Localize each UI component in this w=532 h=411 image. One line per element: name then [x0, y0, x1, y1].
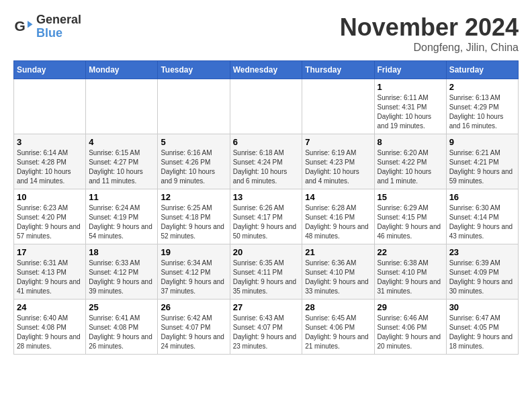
day-number: 22	[378, 247, 443, 257]
week-row-1: 1Sunrise: 6:11 AM Sunset: 4:31 PM Daylig…	[14, 79, 519, 134]
weekday-header-thursday: Thursday	[302, 61, 374, 79]
day-cell: 9Sunrise: 6:21 AM Sunset: 4:21 PM Daylig…	[446, 134, 518, 189]
day-cell: 12Sunrise: 6:25 AM Sunset: 4:18 PM Dayli…	[158, 189, 230, 244]
day-number: 7	[305, 137, 371, 147]
day-info: Sunrise: 6:34 AM Sunset: 4:12 PM Dayligh…	[161, 259, 226, 296]
day-cell: 15Sunrise: 6:29 AM Sunset: 4:15 PM Dayli…	[374, 189, 446, 244]
day-cell: 2Sunrise: 6:13 AM Sunset: 4:29 PM Daylig…	[446, 79, 518, 134]
day-number: 15	[378, 192, 443, 202]
day-cell: 6Sunrise: 6:18 AM Sunset: 4:24 PM Daylig…	[230, 134, 302, 189]
day-number: 25	[89, 302, 154, 312]
day-cell	[230, 79, 302, 134]
day-cell	[302, 79, 374, 134]
day-cell: 27Sunrise: 6:43 AM Sunset: 4:07 PM Dayli…	[230, 300, 302, 355]
logo-line2: Blue	[36, 27, 81, 40]
day-number: 26	[161, 302, 226, 312]
day-number: 23	[449, 247, 515, 257]
day-info: Sunrise: 6:31 AM Sunset: 4:13 PM Dayligh…	[17, 259, 83, 296]
day-number: 21	[305, 247, 371, 257]
day-number: 8	[378, 137, 443, 147]
logo-icon: G	[13, 17, 34, 37]
day-info: Sunrise: 6:43 AM Sunset: 4:07 PM Dayligh…	[233, 314, 300, 351]
day-number: 24	[17, 302, 83, 312]
day-info: Sunrise: 6:39 AM Sunset: 4:09 PM Dayligh…	[449, 259, 515, 296]
svg-text:G: G	[15, 18, 26, 34]
day-info: Sunrise: 6:47 AM Sunset: 4:05 PM Dayligh…	[449, 314, 515, 351]
weekday-header-monday: Monday	[86, 61, 158, 79]
day-cell: 22Sunrise: 6:38 AM Sunset: 4:10 PM Dayli…	[374, 244, 446, 300]
calendar-table: SundayMondayTuesdayWednesdayThursdayFrid…	[13, 60, 519, 355]
day-info: Sunrise: 6:14 AM Sunset: 4:28 PM Dayligh…	[17, 148, 83, 186]
day-cell: 16Sunrise: 6:30 AM Sunset: 4:14 PM Dayli…	[446, 189, 518, 244]
day-number: 9	[449, 137, 515, 147]
day-info: Sunrise: 6:38 AM Sunset: 4:10 PM Dayligh…	[378, 259, 443, 296]
weekday-header-sunday: Sunday	[14, 61, 86, 79]
day-cell: 23Sunrise: 6:39 AM Sunset: 4:09 PM Dayli…	[446, 244, 518, 300]
day-info: Sunrise: 6:33 AM Sunset: 4:12 PM Dayligh…	[89, 259, 154, 296]
day-cell: 14Sunrise: 6:28 AM Sunset: 4:16 PM Dayli…	[302, 189, 374, 244]
day-info: Sunrise: 6:36 AM Sunset: 4:10 PM Dayligh…	[305, 259, 371, 296]
day-cell: 7Sunrise: 6:19 AM Sunset: 4:23 PM Daylig…	[302, 134, 374, 189]
svg-marker-1	[28, 21, 33, 28]
day-cell: 11Sunrise: 6:24 AM Sunset: 4:19 PM Dayli…	[86, 189, 158, 244]
day-number: 3	[17, 137, 83, 147]
day-number: 28	[305, 302, 371, 312]
day-info: Sunrise: 6:46 AM Sunset: 4:06 PM Dayligh…	[378, 314, 443, 351]
day-cell: 29Sunrise: 6:46 AM Sunset: 4:06 PM Dayli…	[374, 300, 446, 355]
day-cell: 21Sunrise: 6:36 AM Sunset: 4:10 PM Dayli…	[302, 244, 374, 300]
day-cell	[158, 79, 230, 134]
day-cell: 1Sunrise: 6:11 AM Sunset: 4:31 PM Daylig…	[374, 79, 446, 134]
day-number: 29	[378, 302, 443, 312]
day-number: 1	[378, 82, 443, 92]
day-cell: 24Sunrise: 6:40 AM Sunset: 4:08 PM Dayli…	[14, 300, 86, 355]
day-cell: 19Sunrise: 6:34 AM Sunset: 4:12 PM Dayli…	[158, 244, 230, 300]
day-info: Sunrise: 6:16 AM Sunset: 4:26 PM Dayligh…	[161, 148, 226, 186]
day-cell	[86, 79, 158, 134]
month-title: November 2024	[340, 13, 519, 42]
day-number: 17	[17, 247, 83, 257]
day-cell: 26Sunrise: 6:42 AM Sunset: 4:07 PM Dayli…	[158, 300, 230, 355]
day-info: Sunrise: 6:30 AM Sunset: 4:14 PM Dayligh…	[449, 203, 515, 241]
day-info: Sunrise: 6:40 AM Sunset: 4:08 PM Dayligh…	[17, 314, 83, 351]
title-area: November 2024 Dongfeng, Jilin, China	[340, 13, 519, 54]
day-info: Sunrise: 6:20 AM Sunset: 4:22 PM Dayligh…	[378, 148, 443, 186]
day-number: 12	[161, 192, 226, 202]
day-info: Sunrise: 6:15 AM Sunset: 4:27 PM Dayligh…	[89, 148, 154, 186]
day-number: 30	[449, 302, 515, 312]
day-info: Sunrise: 6:28 AM Sunset: 4:16 PM Dayligh…	[305, 203, 371, 241]
day-cell: 20Sunrise: 6:35 AM Sunset: 4:11 PM Dayli…	[230, 244, 302, 300]
weekday-header-saturday: Saturday	[446, 61, 518, 79]
day-number: 27	[233, 302, 300, 312]
day-cell: 3Sunrise: 6:14 AM Sunset: 4:28 PM Daylig…	[14, 134, 86, 189]
day-cell	[14, 79, 86, 134]
day-cell: 28Sunrise: 6:45 AM Sunset: 4:06 PM Dayli…	[302, 300, 374, 355]
day-cell: 17Sunrise: 6:31 AM Sunset: 4:13 PM Dayli…	[14, 244, 86, 300]
day-number: 5	[161, 137, 226, 147]
day-info: Sunrise: 6:25 AM Sunset: 4:18 PM Dayligh…	[161, 203, 226, 241]
day-cell: 30Sunrise: 6:47 AM Sunset: 4:05 PM Dayli…	[446, 300, 518, 355]
day-number: 6	[233, 137, 300, 147]
day-info: Sunrise: 6:35 AM Sunset: 4:11 PM Dayligh…	[233, 259, 300, 296]
week-row-4: 17Sunrise: 6:31 AM Sunset: 4:13 PM Dayli…	[14, 244, 519, 300]
day-info: Sunrise: 6:45 AM Sunset: 4:06 PM Dayligh…	[305, 314, 371, 351]
day-info: Sunrise: 6:11 AM Sunset: 4:31 PM Dayligh…	[378, 93, 443, 131]
day-number: 20	[233, 247, 300, 257]
day-cell: 5Sunrise: 6:16 AM Sunset: 4:26 PM Daylig…	[158, 134, 230, 189]
weekday-header-tuesday: Tuesday	[158, 61, 230, 79]
day-number: 19	[161, 247, 226, 257]
week-row-5: 24Sunrise: 6:40 AM Sunset: 4:08 PM Dayli…	[14, 300, 519, 355]
weekday-header-wednesday: Wednesday	[230, 61, 302, 79]
day-cell: 18Sunrise: 6:33 AM Sunset: 4:12 PM Dayli…	[86, 244, 158, 300]
day-info: Sunrise: 6:41 AM Sunset: 4:08 PM Dayligh…	[89, 314, 154, 351]
day-cell: 4Sunrise: 6:15 AM Sunset: 4:27 PM Daylig…	[86, 134, 158, 189]
day-number: 16	[449, 192, 515, 202]
week-row-2: 3Sunrise: 6:14 AM Sunset: 4:28 PM Daylig…	[14, 134, 519, 189]
weekday-header-row: SundayMondayTuesdayWednesdayThursdayFrid…	[14, 61, 519, 79]
day-info: Sunrise: 6:42 AM Sunset: 4:07 PM Dayligh…	[161, 314, 226, 351]
day-number: 10	[17, 192, 83, 202]
day-info: Sunrise: 6:23 AM Sunset: 4:20 PM Dayligh…	[17, 203, 83, 241]
day-info: Sunrise: 6:18 AM Sunset: 4:24 PM Dayligh…	[233, 148, 300, 186]
day-info: Sunrise: 6:26 AM Sunset: 4:17 PM Dayligh…	[233, 203, 300, 241]
week-row-3: 10Sunrise: 6:23 AM Sunset: 4:20 PM Dayli…	[14, 189, 519, 244]
page-header: G General Blue November 2024 Dongfeng, J…	[13, 13, 519, 54]
